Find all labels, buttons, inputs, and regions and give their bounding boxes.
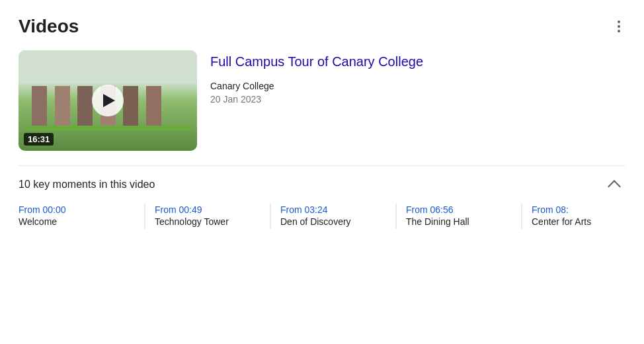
video-title-link[interactable]: Full Campus Tour of Canary College: [210, 53, 423, 70]
moment-name-5: Center for Arts: [532, 216, 600, 229]
moment-name-4: The Dining Hall: [406, 216, 510, 229]
video-info: Full Campus Tour of Canary College Canar…: [210, 50, 423, 151]
videos-section-header: Videos: [19, 16, 625, 37]
moment-item: From 00:49 Technology Tower: [144, 204, 270, 229]
moment-item: From 03:24 Den of Discovery: [270, 204, 395, 229]
collapse-button[interactable]: [607, 177, 625, 192]
play-button[interactable]: [92, 85, 124, 116]
moment-timestamp-3[interactable]: From 03:24: [280, 204, 328, 215]
key-moments-header: 10 key moments in this video: [19, 165, 625, 192]
moment-name-2: Technology Tower: [155, 216, 259, 229]
moment-name-1: Welcome: [19, 216, 134, 229]
three-dots-icon: [618, 21, 620, 32]
play-icon: [103, 94, 115, 107]
video-date: 20 Jan 2023: [210, 94, 423, 105]
chevron-up-icon: [610, 179, 623, 187]
more-options-button[interactable]: [612, 18, 625, 35]
video-channel: Canary College: [210, 81, 423, 91]
moment-item-partial: From 08: Center for Arts: [521, 204, 600, 229]
moment-timestamp-5[interactable]: From 08:: [532, 204, 569, 215]
moment-item: From 00:00 Welcome: [19, 204, 144, 229]
moment-name-3: Den of Discovery: [280, 216, 385, 229]
video-card: 16:31 Full Campus Tour of Canary College…: [19, 50, 625, 151]
moment-timestamp-2[interactable]: From 00:49: [155, 204, 202, 215]
moments-list: From 00:00 Welcome From 00:49 Technology…: [19, 204, 625, 229]
video-duration: 16:31: [24, 133, 54, 146]
video-thumbnail[interactable]: 16:31: [19, 50, 197, 151]
moment-item: From 06:56 The Dining Hall: [395, 204, 521, 229]
key-moments-label: 10 key moments in this video: [19, 179, 155, 191]
section-title: Videos: [19, 16, 79, 37]
moment-timestamp-4[interactable]: From 06:56: [406, 204, 454, 215]
moment-timestamp-1[interactable]: From 00:00: [19, 204, 66, 215]
